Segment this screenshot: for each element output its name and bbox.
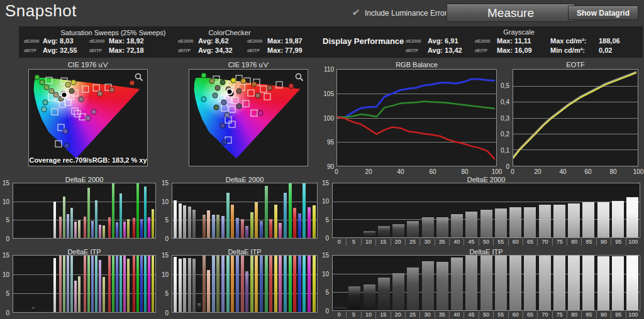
max-luminance-value: 188,06 [599, 37, 620, 45]
x-tick-label: 100 [626, 311, 640, 318]
x-tick-label: 60 [429, 168, 436, 175]
zoom-icon[interactable] [135, 73, 143, 82]
measure-button[interactable]: Measure [447, 4, 575, 22]
eotf-xaxis: 020406080100 [513, 168, 638, 175]
metric-label: dE2000 [406, 39, 421, 43]
bar [539, 205, 551, 237]
colorchecker-deitp-max: Max: 77,99 [267, 46, 303, 54]
bar [284, 256, 287, 312]
bars [172, 256, 317, 312]
bar [84, 217, 86, 238]
metric-label: dE2000 [247, 39, 263, 43]
deitp-gray-yaxis: 151050 [319, 255, 330, 311]
metric-label: dEITP [247, 48, 260, 53]
cie2-title: CIE 1976 u'v' [189, 61, 308, 68]
bar [308, 256, 311, 312]
measured-dot-marker [230, 77, 236, 83]
zoom-icon[interactable] [295, 73, 304, 82]
bar [59, 217, 62, 238]
cie-diagram-sweeps: Coverage rec.709/sRGB: 183,2 % xy [28, 69, 148, 166]
measured-dot-marker [201, 97, 206, 102]
x-tick-label: 95 [611, 311, 625, 318]
x-tick-label: 65 [523, 311, 537, 318]
x-tick-label: 100 [492, 168, 502, 175]
rgb-balance-xaxis: 020406080100 [336, 168, 497, 175]
metric-label: dEITP [89, 48, 102, 53]
bar [245, 226, 248, 238]
metric-label: dEITP [24, 48, 36, 53]
bar [465, 212, 477, 237]
bar [53, 258, 56, 312]
bar [279, 223, 282, 238]
y-tick-label: 10 [3, 198, 9, 205]
bar [582, 256, 594, 310]
bar [116, 256, 118, 312]
bar [436, 262, 448, 310]
target-square-marker [264, 93, 271, 100]
bar [364, 284, 375, 310]
bar [144, 256, 147, 312]
target-square-marker [82, 85, 89, 92]
measured-dot-marker [241, 78, 247, 84]
x-tick-label: 70 [537, 239, 552, 246]
target-square-marker [221, 105, 228, 112]
de2000-gray-chart [332, 183, 640, 238]
bar [95, 256, 97, 312]
measured-dot-marker [214, 104, 219, 110]
y-tick-label: 0 [325, 308, 329, 315]
display-performance-title: Display Performance [323, 36, 404, 46]
target-square-marker [55, 140, 62, 147]
x-tick-label: 0 [332, 239, 346, 246]
x-tick-label: 80 [609, 168, 616, 175]
x-tick-label: 55 [493, 239, 508, 246]
y-tick-label: 0 [325, 235, 329, 242]
bar [298, 214, 301, 238]
measured-dot-marker [267, 85, 272, 91]
measured-dot-marker [43, 100, 48, 105]
bar [133, 218, 135, 238]
de2000-cc-yaxis: 151050 [159, 183, 170, 239]
metric-label: dEITP [475, 48, 487, 53]
grayscale-title: Grayscale [469, 28, 569, 36]
measured-dot-marker [236, 88, 242, 94]
bar [308, 207, 311, 238]
bar [392, 224, 404, 237]
bar [269, 256, 272, 312]
bar [451, 257, 463, 310]
bar [87, 188, 90, 238]
x-tick-label: 10 [361, 239, 375, 246]
y-tick-label: 0,5 [501, 82, 509, 89]
show-datagrid-button[interactable]: Show Datagrid [568, 6, 638, 20]
measured-dot-marker [97, 91, 103, 97]
y-tick-label: 105 [323, 90, 334, 97]
eotf-chart [513, 69, 638, 166]
include-luminance-label[interactable]: Include Luminance Error [365, 9, 447, 18]
bar [378, 226, 390, 237]
x-tick-label: 40 [449, 239, 464, 246]
x-tick-label: 20 [391, 311, 405, 318]
bar [392, 273, 404, 310]
x-tick-label: 45 [464, 311, 478, 318]
measured-dot-marker [221, 100, 226, 105]
x-tick-label: 10 [361, 311, 375, 318]
x-tick-label: 100 [633, 168, 644, 175]
bar [626, 256, 638, 310]
y-tick-label: 0,1 [501, 147, 509, 154]
bar [140, 219, 143, 238]
bar [91, 256, 94, 312]
checkbox-check-icon[interactable]: ✔ [352, 7, 361, 18]
eotf-yaxis: 0,50,40,30,20,10 [495, 69, 511, 166]
bar [74, 281, 77, 312]
measured-dot-marker [225, 112, 230, 117]
bar [284, 193, 287, 238]
x-tick-label: 90 [596, 239, 611, 246]
y-tick-label: 10 [322, 270, 329, 277]
bar [245, 271, 248, 312]
deitp-cc-chart [172, 255, 318, 313]
y-tick-label: 0,4 [501, 98, 509, 105]
bar [148, 217, 150, 238]
bar [250, 212, 253, 238]
metric-label: dE2000 [89, 39, 105, 43]
y-tick-label: 0,3 [501, 114, 509, 121]
x-tick-label: 60 [584, 168, 591, 175]
